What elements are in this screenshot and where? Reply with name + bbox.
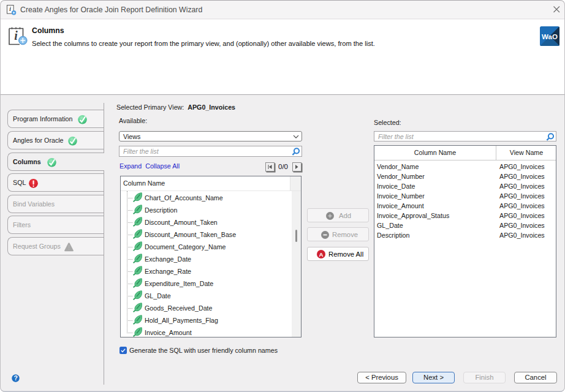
- svg-text:i: i: [14, 29, 18, 42]
- svg-text:?: ?: [13, 374, 17, 382]
- svg-text:i: i: [9, 6, 11, 12]
- svg-text:A: A: [319, 251, 323, 258]
- svg-text:WaO: WaO: [542, 33, 558, 40]
